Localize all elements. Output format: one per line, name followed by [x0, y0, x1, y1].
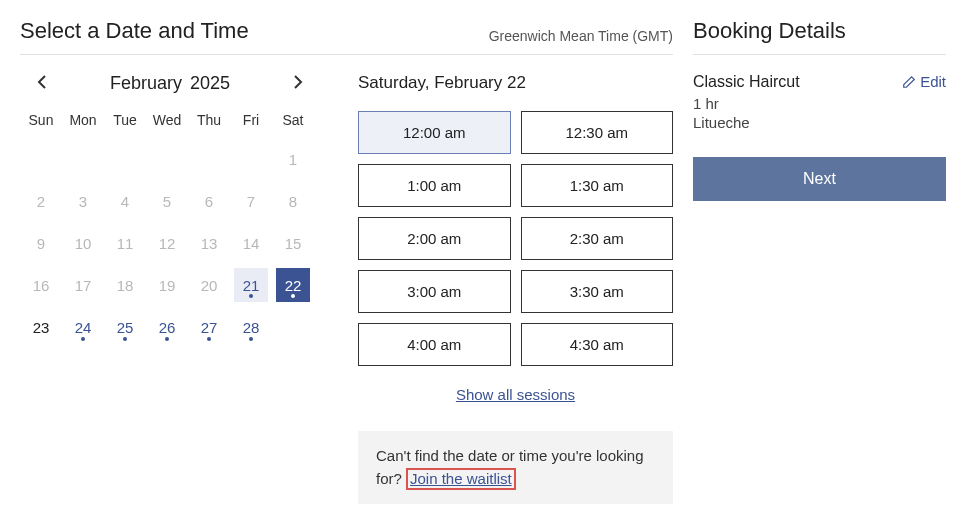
- calendar-day: [20, 142, 62, 176]
- calendar-day[interactable]: 21: [234, 268, 268, 302]
- calendar-day: 16: [20, 268, 62, 302]
- month-year-label: February2025: [110, 73, 230, 94]
- day-of-week-row: SunMonTueWedThuFriSat: [20, 112, 320, 128]
- edit-label: Edit: [920, 73, 946, 90]
- time-slot[interactable]: 3:00 am: [358, 270, 511, 313]
- calendar-day: 11: [104, 226, 146, 260]
- calendar-day: 1: [272, 142, 314, 176]
- pencil-icon: [902, 75, 916, 89]
- dow-label: Sun: [20, 112, 62, 128]
- edit-service-link[interactable]: Edit: [902, 73, 946, 90]
- page-title: Select a Date and Time: [20, 18, 249, 44]
- time-slot[interactable]: 2:00 am: [358, 217, 511, 260]
- calendar-day: [62, 142, 104, 176]
- calendar-day: 5: [146, 184, 188, 218]
- calendar-day: 17: [62, 268, 104, 302]
- calendar-day: 2: [20, 184, 62, 218]
- time-slot[interactable]: 12:00 am: [358, 111, 511, 154]
- calendar-day: 15: [272, 226, 314, 260]
- calendar: February2025 SunMonTueWedThuFriSat 12345…: [20, 73, 320, 504]
- dow-label: Fri: [230, 112, 272, 128]
- time-slot[interactable]: 4:00 am: [358, 323, 511, 366]
- calendar-day: [230, 142, 272, 176]
- year-label: 2025: [190, 73, 230, 93]
- calendar-day: 4: [104, 184, 146, 218]
- calendar-day: 20: [188, 268, 230, 302]
- next-month-button[interactable]: [288, 74, 308, 94]
- service-duration: 1 hr: [693, 95, 800, 112]
- calendar-day[interactable]: 26: [146, 310, 188, 344]
- calendar-day: 18: [104, 268, 146, 302]
- calendar-day: [272, 310, 314, 344]
- booking-details-title: Booking Details: [693, 18, 946, 55]
- calendar-day: 6: [188, 184, 230, 218]
- selected-date-label: Saturday, February 22: [358, 73, 673, 93]
- calendar-day: 8: [272, 184, 314, 218]
- month-label: February: [110, 73, 182, 93]
- calendar-day: [104, 142, 146, 176]
- prev-month-button[interactable]: [32, 74, 52, 94]
- dow-label: Mon: [62, 112, 104, 128]
- dow-label: Sat: [272, 112, 314, 128]
- time-slot[interactable]: 2:30 am: [521, 217, 674, 260]
- dow-label: Thu: [188, 112, 230, 128]
- dow-label: Wed: [146, 112, 188, 128]
- service-name: Classic Haircut: [693, 73, 800, 91]
- time-slot[interactable]: 1:00 am: [358, 164, 511, 207]
- calendar-day: 14: [230, 226, 272, 260]
- calendar-day: [188, 142, 230, 176]
- calendar-grid: 1234567891011121314151617181920212223242…: [20, 138, 320, 348]
- calendar-day[interactable]: 27: [188, 310, 230, 344]
- calendar-day: 12: [146, 226, 188, 260]
- dow-label: Tue: [104, 112, 146, 128]
- calendar-day[interactable]: 25: [104, 310, 146, 344]
- calendar-day: 19: [146, 268, 188, 302]
- timezone-label: Greenwich Mean Time (GMT): [489, 28, 673, 44]
- time-slot[interactable]: 3:30 am: [521, 270, 674, 313]
- calendar-day: 7: [230, 184, 272, 218]
- show-all-sessions-link[interactable]: Show all sessions: [358, 386, 673, 403]
- time-slot[interactable]: 4:30 am: [521, 323, 674, 366]
- calendar-day: 23: [20, 310, 62, 344]
- next-button[interactable]: Next: [693, 157, 946, 201]
- calendar-day: 10: [62, 226, 104, 260]
- calendar-day: 3: [62, 184, 104, 218]
- chevron-right-icon: [293, 74, 303, 90]
- time-slot[interactable]: 1:30 am: [521, 164, 674, 207]
- calendar-day[interactable]: 28: [230, 310, 272, 344]
- time-slot[interactable]: 12:30 am: [521, 111, 674, 154]
- calendar-day: [146, 142, 188, 176]
- calendar-day: 9: [20, 226, 62, 260]
- waitlist-box: Can't find the date or time you're looki…: [358, 431, 673, 504]
- calendar-day[interactable]: 22: [276, 268, 310, 302]
- chevron-left-icon: [37, 74, 47, 90]
- join-waitlist-link[interactable]: Join the waitlist: [406, 468, 516, 490]
- service-location: Litueche: [693, 114, 800, 131]
- calendar-day[interactable]: 24: [62, 310, 104, 344]
- time-slot-grid: 12:00 am12:30 am1:00 am1:30 am2:00 am2:3…: [358, 111, 673, 366]
- calendar-day: 13: [188, 226, 230, 260]
